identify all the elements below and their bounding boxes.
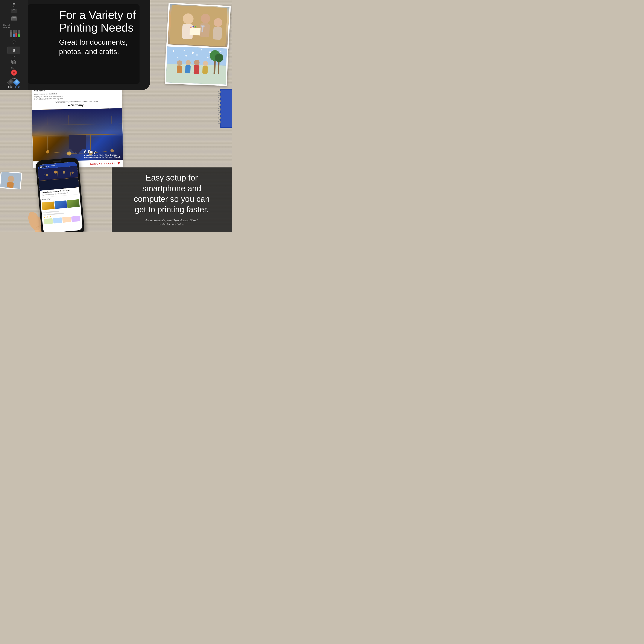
lin-label: LIN	[13, 56, 15, 58]
printer-display: 0	[8, 47, 20, 54]
scene: i Black Ink Color Ink	[0, 0, 232, 232]
thumbnail-3	[67, 199, 80, 208]
ink-level-bars	[8, 30, 20, 37]
svg-rect-52	[177, 65, 182, 73]
phone-screen: KANONE TRAVEL	[37, 162, 83, 232]
paper-printout: KANONE TRAVEL	[31, 76, 123, 168]
signal-icon	[11, 40, 17, 45]
svg-rect-58	[202, 66, 208, 74]
outdoor-photo	[165, 45, 228, 86]
bottom-main-text: Easy setup forsmartphone andcomputer so …	[134, 173, 210, 215]
svg-line-29	[68, 115, 69, 125]
black-label: Black	[8, 86, 13, 88]
headline-container: For a Variety ofPrinting Needs Great for…	[59, 9, 166, 56]
svg-point-6	[14, 43, 14, 44]
paper-bridge-photo: 6-Day Kaiserthermen, Rhein River Cruise,…	[32, 108, 123, 161]
svg-line-15	[47, 135, 48, 152]
start-section: Start Black Color	[8, 77, 20, 88]
party-photo	[166, 3, 231, 49]
ink-label-black: Black Ink Color Ink	[1, 24, 27, 29]
stop-button[interactable]	[11, 70, 17, 76]
svg-line-26	[32, 124, 122, 125]
phone-hero-image: 6-Day	[38, 166, 79, 191]
svg-rect-4	[12, 17, 16, 18]
print-head-icon	[10, 16, 18, 23]
svg-rect-38	[190, 27, 201, 36]
day-label-flipped: 6-Day Kaiserthermen, Rhein River Cruise,…	[84, 149, 120, 159]
svg-rect-70	[221, 90, 232, 127]
info-icon: i	[11, 9, 17, 13]
svg-rect-56	[194, 65, 199, 74]
color-label: Color	[15, 86, 20, 88]
phone-day-overlay: 6-Day	[39, 165, 46, 169]
wifi-icon	[10, 2, 18, 8]
svg-rect-3	[11, 17, 17, 20]
svg-text:OK: OK	[13, 62, 15, 63]
bottom-overlay: Easy setup forsmartphone andcomputer so …	[112, 167, 232, 232]
bottom-disclaimer: For more details, see "Specification She…	[145, 218, 198, 227]
phone-notch	[53, 160, 61, 162]
headline-main: For a Variety ofPrinting Needs	[59, 9, 166, 34]
svg-marker-10	[117, 162, 120, 165]
svg-text:i: i	[14, 10, 14, 12]
thumbnail-2	[54, 200, 67, 209]
photos-right-stack	[163, 4, 230, 85]
spiral-notebook	[217, 89, 232, 128]
svg-point-0	[14, 6, 14, 7]
phone-bottom-content: ★★★★★	[41, 208, 82, 225]
copy-icon: OK	[11, 59, 17, 65]
headline-sub: Great for documents,photos, and crafts.	[59, 37, 166, 56]
svg-rect-54	[185, 65, 191, 73]
svg-rect-37	[213, 27, 222, 40]
color-start-button[interactable]	[13, 79, 20, 86]
svg-point-22	[46, 150, 49, 153]
smartphone[interactable]: KANONE TRAVEL	[35, 157, 85, 232]
printer-screen: For a Variety ofPrinting Needs Great for…	[28, 4, 140, 84]
svg-rect-5	[11, 20, 17, 21]
svg-rect-81	[7, 182, 14, 188]
svg-line-27	[111, 116, 112, 124]
svg-line-18	[48, 151, 69, 154]
thumbnail-1	[42, 202, 55, 210]
printer-control-panel: i Black Ink Color Ink	[0, 0, 28, 90]
stop-section: Stop	[11, 67, 17, 76]
svg-rect-23	[69, 135, 86, 149]
start-buttons	[8, 80, 20, 85]
printer-body: i Black Ink Color Ink	[0, 0, 150, 90]
svg-point-21	[67, 151, 71, 156]
